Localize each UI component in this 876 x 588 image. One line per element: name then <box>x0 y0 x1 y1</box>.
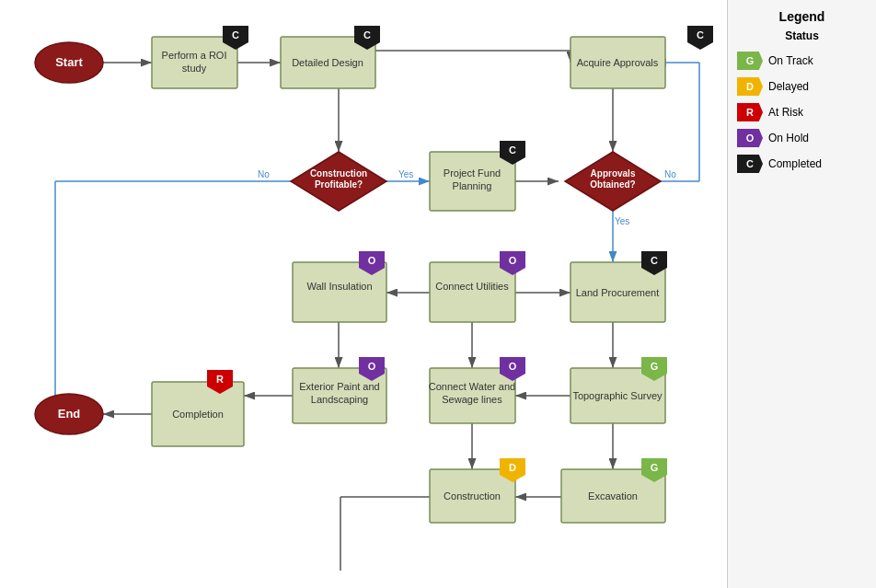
legend-subtitle: Status <box>737 29 867 42</box>
svg-text:G: G <box>651 462 659 473</box>
svg-text:C: C <box>363 29 371 40</box>
at-risk-label: At Risk <box>768 106 803 119</box>
approvals-obtained-label: Approvals <box>591 168 636 179</box>
acquire-approvals-label: Acquire Approvals <box>577 57 659 68</box>
svg-text:R: R <box>216 374 224 385</box>
svg-text:D: D <box>509 462 516 473</box>
diagram: Start End Perform a ROI study Detailed D… <box>0 0 727 588</box>
svg-text:C: C <box>697 29 704 40</box>
svg-text:G: G <box>651 361 659 372</box>
construction-profitable-label: Construction <box>310 168 367 179</box>
legend-title: Legend <box>737 9 867 24</box>
delayed-badge: D <box>737 77 763 96</box>
topographic-survey-label: Topographic Survey <box>572 390 663 401</box>
wall-insulation-label: Wall Insulation <box>306 281 372 292</box>
completed-badge: C <box>737 155 763 173</box>
legend-item-at-risk: R At Risk <box>737 103 867 121</box>
svg-text:O: O <box>368 361 376 372</box>
on-hold-label: On Hold <box>768 132 809 144</box>
svg-text:O: O <box>509 361 517 372</box>
completed-label: Completed <box>768 157 822 170</box>
legend-panel: Legend Status G On Track D Delayed R At … <box>727 0 876 588</box>
svg-text:Obtained?: Obtained? <box>590 179 635 190</box>
svg-rect-44 <box>430 262 515 322</box>
on-hold-badge: O <box>737 129 763 147</box>
excavation-label: Excavation <box>588 490 638 502</box>
svg-text:C: C <box>509 144 516 156</box>
project-fund-label: Project Fund <box>444 167 501 179</box>
completion-label: Completion <box>172 409 224 420</box>
legend-item-on-hold: O On Hold <box>737 129 867 147</box>
svg-text:C: C <box>232 29 239 40</box>
no-label-approvals: No <box>664 169 676 179</box>
legend-item-on-track: G On Track <box>737 52 867 70</box>
svg-text:Sewage lines: Sewage lines <box>442 394 502 405</box>
on-track-label: On Track <box>768 54 813 67</box>
svg-text:study: study <box>182 63 207 74</box>
connect-utilities-label: Connect Utilities <box>435 281 509 292</box>
svg-text:Landscaping: Landscaping <box>311 394 368 405</box>
svg-text:O: O <box>509 255 517 266</box>
delayed-label: Delayed <box>768 80 809 93</box>
exterior-paint-label: Exterior Paint and <box>299 381 379 392</box>
svg-text:Planning: Planning <box>453 180 492 191</box>
on-track-badge: G <box>737 52 763 70</box>
yes-label-construction: Yes <box>398 169 413 179</box>
end-label: End <box>58 407 81 421</box>
construction-label: Construction <box>444 490 501 502</box>
start-label: Start <box>55 55 83 69</box>
detailed-design-label: Detailed Design <box>292 57 363 68</box>
yes-label-approvals: Yes <box>615 216 629 226</box>
svg-text:O: O <box>368 255 376 266</box>
land-procurement-label: Land Procurement <box>576 287 660 298</box>
legend-item-completed: C Completed <box>737 155 867 173</box>
connect-water-label: Connect Water and <box>429 381 515 392</box>
svg-text:Profitable?: Profitable? <box>315 179 363 190</box>
at-risk-badge: R <box>737 103 763 121</box>
perform-roi-label: Perform a ROI <box>162 50 227 61</box>
svg-text:C: C <box>651 255 658 266</box>
no-label-construction: No <box>258 169 270 179</box>
legend-item-delayed: D Delayed <box>737 77 867 96</box>
